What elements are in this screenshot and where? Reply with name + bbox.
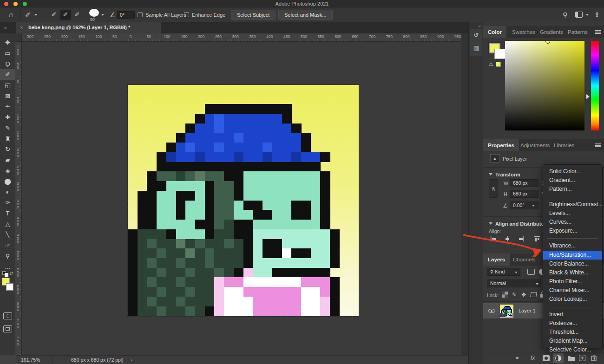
path-selection-tool[interactable]: △ xyxy=(0,219,15,229)
edit-toolbar[interactable]: … xyxy=(0,261,15,272)
saturation-brightness-field[interactable] xyxy=(505,41,584,130)
tab-color[interactable]: Color xyxy=(483,26,506,38)
paint-bucket-tool[interactable]: ◈ xyxy=(0,165,15,176)
screen-mode-button[interactable] xyxy=(3,325,12,332)
eyedropper-tool[interactable]: ✒ xyxy=(0,101,15,112)
color-panel-menu-icon[interactable] xyxy=(595,30,601,34)
spot-healing-brush-tool[interactable]: ✚ xyxy=(0,112,15,123)
menu-item[interactable]: Channel Mixer... xyxy=(543,286,602,295)
frame-tool[interactable]: ⊠ xyxy=(0,91,15,101)
history-brush-tool[interactable]: ↻ xyxy=(0,144,15,155)
canvas-pasteboard[interactable] xyxy=(22,42,461,355)
expand-panels-icon[interactable]: « xyxy=(478,24,480,29)
select-subject-button[interactable]: Select Subject xyxy=(231,10,276,20)
tab-patterns[interactable]: Patterns xyxy=(563,26,592,38)
brush-tip-icon[interactable] xyxy=(89,9,99,17)
align-center-icon[interactable] xyxy=(505,236,510,241)
enhance-edge-checkbox[interactable] xyxy=(184,12,189,17)
swap-colors-icon[interactable]: ⇄ xyxy=(10,271,13,276)
blend-mode-dropdown[interactable]: Normal xyxy=(487,280,541,287)
new-layer-icon[interactable] xyxy=(579,355,585,361)
brush-size-chevron-icon[interactable] xyxy=(101,14,104,16)
menu-item[interactable]: Brightness/Contrast... xyxy=(543,200,602,209)
hand-tool[interactable]: ☞ xyxy=(0,240,15,251)
menu-item[interactable]: Curves... xyxy=(543,218,602,227)
menu-item[interactable]: Color Balance... xyxy=(543,260,602,268)
lock-transparency-icon[interactable] xyxy=(502,292,508,298)
quick-mask-button[interactable] xyxy=(3,312,12,319)
menu-item[interactable]: Invert xyxy=(543,310,602,319)
brush-preset-icon[interactable]: ✐ xyxy=(25,11,31,19)
layer-filter-dropdown[interactable]: ⚲ Kind xyxy=(487,268,520,276)
ruler-origin-box[interactable] xyxy=(15,33,22,42)
properties-panel-menu-icon[interactable] xyxy=(595,143,601,147)
align-section-header[interactable]: Align and Distribute xyxy=(489,219,544,228)
layer-thumbnail[interactable] xyxy=(500,305,513,318)
menu-item[interactable]: Gradient... xyxy=(543,176,602,185)
menu-item[interactable]: Gradient Map... xyxy=(543,337,602,345)
dodge-tool[interactable]: ◐ xyxy=(0,187,15,197)
status-chevron-icon[interactable]: › xyxy=(131,357,132,363)
tab-properties[interactable]: Properties xyxy=(483,139,519,151)
new-adjustment-layer-icon[interactable] xyxy=(553,353,564,363)
vertical-ruler[interactable]: 1 0 05 005 01 0 01 5 02 0 02 5 03 0 03 5… xyxy=(15,42,22,355)
background-color-swatch[interactable] xyxy=(6,283,13,291)
close-tab-icon[interactable]: × xyxy=(20,25,23,30)
tab-layers[interactable]: Layers xyxy=(483,254,510,266)
share-icon[interactable]: ⇪ xyxy=(594,11,600,18)
menu-item[interactable]: Levels... xyxy=(543,209,602,218)
rotation-chevron-icon[interactable] xyxy=(532,205,535,207)
transform-section-header[interactable]: Transform xyxy=(489,170,520,178)
pen-tool[interactable]: ✑ xyxy=(0,197,15,208)
menu-item[interactable]: Vibrance... xyxy=(543,241,602,250)
add-mask-icon[interactable] xyxy=(543,355,550,361)
document-tab[interactable]: × bebe kong.png @ 162% (Layer 1, RGB/8) … xyxy=(16,22,161,33)
color-picker-cursor[interactable] xyxy=(545,39,550,44)
constrain-proportions-icon[interactable]: § xyxy=(489,179,498,198)
zoom-level[interactable]: 161.75% xyxy=(21,357,40,363)
menu-item[interactable]: Threshold... xyxy=(543,328,602,337)
align-top-icon[interactable] xyxy=(534,236,540,241)
hue-slider[interactable] xyxy=(591,41,599,130)
zoom-tool[interactable]: ⚲ xyxy=(0,251,15,261)
workspace-chevron-icon[interactable] xyxy=(586,14,589,16)
gamut-warning-icon[interactable]: ⚠ xyxy=(489,61,493,67)
selection-new-icon[interactable]: ✐ xyxy=(48,10,59,20)
tab-libraries[interactable]: Libraries xyxy=(549,139,579,151)
workspace-icon[interactable] xyxy=(575,12,583,18)
clone-stamp-tool[interactable]: ♜ xyxy=(0,133,15,144)
crop-tool[interactable]: ◱ xyxy=(0,80,15,91)
angle-input[interactable]: 0° xyxy=(117,11,135,19)
align-right-icon[interactable] xyxy=(519,236,524,241)
line-tool[interactable]: ╲ xyxy=(0,229,15,240)
lasso-tool[interactable]: Ϙ xyxy=(0,58,15,69)
align-left-icon[interactable] xyxy=(491,236,496,241)
menu-item[interactable]: Solid Color... xyxy=(543,167,602,176)
menu-item[interactable]: Color Lookup... xyxy=(543,295,602,304)
home-icon[interactable]: ⌂ xyxy=(9,11,13,19)
eraser-tool[interactable]: ▰ xyxy=(0,155,15,165)
quick-selection-tool[interactable]: ✐ xyxy=(0,69,15,80)
color-background-swatch[interactable] xyxy=(494,49,506,59)
link-layers-icon[interactable]: ⚭ xyxy=(515,355,519,361)
history-panel-icon[interactable]: ↺ xyxy=(470,29,482,42)
menu-item[interactable]: Selective Color... xyxy=(543,345,602,354)
lock-artboard-icon[interactable] xyxy=(530,292,537,297)
sample-all-layers-checkbox[interactable] xyxy=(138,12,143,17)
menu-item[interactable]: Exposure... xyxy=(543,227,602,235)
layer-style-icon[interactable]: fx xyxy=(531,355,535,361)
menu-item[interactable]: Pattern... xyxy=(543,185,602,194)
toolbar-collapse-icon[interactable]: » xyxy=(4,25,7,30)
selection-add-icon[interactable]: ✐ xyxy=(60,10,71,20)
hue-slider-marker[interactable] xyxy=(586,94,590,99)
menu-item[interactable]: Hue/Saturation... xyxy=(543,251,602,260)
selection-subtract-icon[interactable]: ✐ xyxy=(72,10,83,20)
tab-channels[interactable]: Channels xyxy=(508,254,540,266)
blur-tool[interactable]: ⬤ xyxy=(0,176,15,187)
lock-pixels-icon[interactable]: ✎ xyxy=(512,292,517,298)
type-tool[interactable]: T xyxy=(0,208,15,219)
tab-adjustments[interactable]: Adjustments xyxy=(516,139,554,151)
gamut-color-swatch[interactable] xyxy=(496,62,501,67)
horizontal-ruler[interactable]: 3002502001501005005010015020025030035040… xyxy=(22,33,461,42)
layer-visibility-icon[interactable] xyxy=(488,309,495,313)
